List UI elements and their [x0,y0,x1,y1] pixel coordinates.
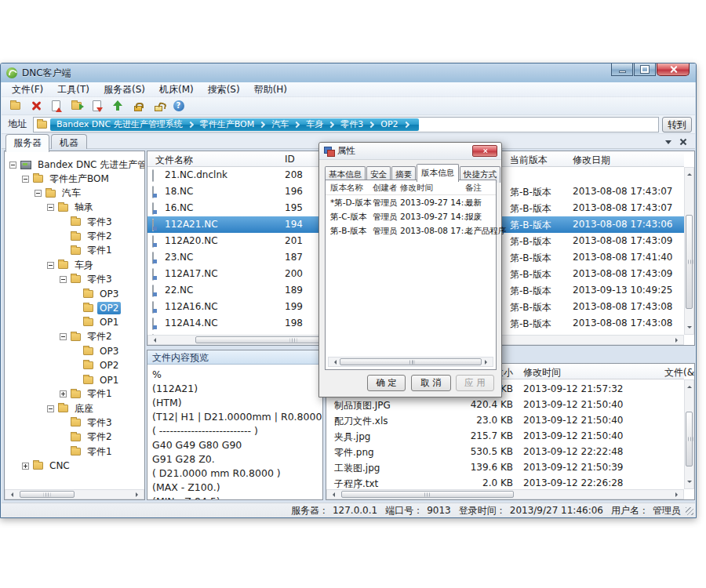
tree-node[interactable]: 零件2 [60,430,115,445]
title-bar[interactable]: DNC客户端 [1,64,696,82]
column-mtime[interactable]: 修改时间 [523,366,561,379]
collapse-icon[interactable] [60,333,67,340]
delete-icon[interactable] [27,98,45,114]
tree-node[interactable]: 零件3 [60,215,115,229]
attachment-row[interactable]: 零件.png530.5 KB2013-09-12 22:22:48 [326,444,684,459]
version-row[interactable]: *第-D-版本管理员2013-09-27 14:...最新 [326,195,496,209]
scroll-left-icon[interactable] [151,338,156,343]
dialog-title-bar[interactable]: 属性 [319,143,501,160]
breadcrumb-segment[interactable]: 零件3 [339,118,365,130]
tree-node[interactable]: CNC [22,459,72,473]
menu-item[interactable]: 帮助(H) [247,82,294,98]
tree-node[interactable]: OP3 [72,344,121,358]
scroll-thumb[interactable] [686,215,693,309]
tree-node[interactable]: OP1 [72,315,121,329]
tree-node[interactable]: OP2 [72,301,121,315]
attachment-row[interactable]: 配刀文件.xls23.0 KB2013-09-12 21:50:40 [326,412,684,428]
close-button[interactable] [657,64,690,76]
expand-icon[interactable] [60,390,67,397]
scroll-down-icon[interactable] [687,481,692,485]
tree-hscrollbar[interactable] [5,489,144,499]
attachments-hscrollbar[interactable] [326,489,684,499]
go-button[interactable]: 转到 [662,117,692,132]
menu-item[interactable]: 搜索(S) [201,82,247,98]
version-column[interactable]: 备注 [465,183,482,194]
scroll-left-icon[interactable] [9,492,13,497]
maximize-button[interactable] [634,64,656,76]
column-name[interactable]: 文件名称 [155,154,193,167]
attachment-row[interactable]: 子程序.txt2.0 KB2013-09-12 22:26:28 [326,475,684,489]
version-column[interactable]: 创建者 [373,183,398,194]
attachment-row[interactable]: 夹具.jpg215.7 KB2013-09-12 21:50:40 [326,428,684,444]
ok-button[interactable]: 确 定 [367,375,406,391]
menu-item[interactable]: 服务器(S) [96,82,152,98]
scroll-right-icon[interactable] [675,338,680,343]
unlock-icon[interactable] [149,98,167,114]
attachments-vscrollbar[interactable] [684,379,694,489]
checkin-file-icon[interactable] [47,98,65,114]
tree-node[interactable]: 零件1 [60,387,115,401]
folder-icon[interactable] [6,98,24,114]
resize-grip[interactable] [686,507,693,515]
column-date[interactable]: 修改日期 [573,154,610,167]
tree-node[interactable]: OP2 [72,358,121,372]
tree-node[interactable]: 零件生产BOM [22,172,111,186]
scroll-right-icon[interactable] [675,492,680,497]
tree-node[interactable]: 汽车 [35,187,83,201]
column-version[interactable]: 当前版本 [510,154,548,167]
version-column[interactable]: 版本名称 [330,183,363,194]
chevron-down-icon[interactable] [665,140,671,147]
view-tab[interactable]: 服务器 [5,134,49,152]
tree-node[interactable]: 零件1 [60,445,115,459]
tree-node[interactable]: Bandex DNC 先进生产管理系统 [9,158,144,172]
version-column[interactable]: 修改时间 [400,183,433,194]
tree-node[interactable]: 零件3 [60,272,115,286]
dialog-close-button[interactable] [472,145,497,157]
scroll-thumb[interactable] [340,358,482,365]
breadcrumb-segment[interactable]: 车身 [304,118,325,130]
cancel-button[interactable]: 取 消 [411,375,451,391]
collapse-icon[interactable] [47,405,54,412]
version-table-header[interactable]: 版本名称创建者修改时间备注 [326,180,496,195]
help-icon[interactable] [169,98,187,114]
tree-node[interactable]: 零件2 [60,230,115,244]
breadcrumb-segment[interactable]: OP2 [379,119,399,129]
address-field[interactable]: Bandex DNC 先进生产管理系统零件生产BOM汽车车身零件3OP2 [33,117,659,132]
tree-node[interactable]: 轴承 [47,201,96,215]
collapse-icon[interactable] [60,276,67,283]
scroll-right-icon[interactable] [485,360,489,365]
collapse-icon[interactable] [22,176,29,183]
menu-item[interactable]: 机床(M) [152,82,201,98]
menu-item[interactable]: 工具(T) [50,82,96,98]
version-row[interactable]: 第-C-版本管理员2013-09-27 14:...报废 [326,209,496,223]
minimize-button[interactable] [611,64,633,76]
collapse-icon[interactable] [47,204,54,211]
collapse-icon[interactable] [35,190,42,197]
breadcrumb-segment[interactable]: 汽车 [270,118,290,130]
tree-node[interactable]: OP1 [72,373,121,387]
scroll-left-icon[interactable] [332,360,337,365]
version-row[interactable]: 第-B-版本管理员2013-08-08 17:...老产品程序 [326,223,496,238]
attachment-row[interactable]: 制品顶图.JPG420.4 KB2013-09-12 21:50:40 [326,397,684,412]
tree-node[interactable]: 车身 [47,258,96,272]
breadcrumb-segment[interactable]: 零件生产BOM [198,118,257,130]
scroll-right-icon[interactable] [136,492,140,497]
scroll-left-icon[interactable] [330,492,335,497]
scroll-thumb[interactable] [341,491,514,498]
open-folder-icon[interactable] [67,98,86,114]
breadcrumb-segment[interactable]: Bandex DNC 先进生产管理系统 [55,118,184,130]
scroll-up-icon[interactable] [687,383,692,388]
tree-node[interactable]: 零件3 [60,416,115,430]
column-id[interactable]: ID [285,154,295,165]
collapse-icon[interactable] [47,262,54,269]
tree-node[interactable]: 零件2 [60,330,115,344]
column-file[interactable]: 文件(&I [664,366,695,379]
collapse-icon[interactable] [9,162,16,169]
lock-icon[interactable] [129,98,147,114]
file-list-vscrollbar[interactable] [684,167,694,335]
dialog-hscrollbar[interactable] [328,357,493,367]
checkout-file-icon[interactable] [88,98,106,114]
expand-icon[interactable] [22,463,29,470]
dialog-tab[interactable]: 版本信息 [417,164,459,182]
tree-node[interactable]: OP3 [72,287,121,301]
